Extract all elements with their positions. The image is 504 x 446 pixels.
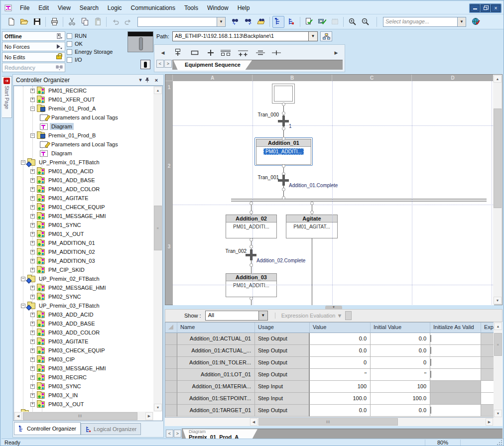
build-button[interactable] [329, 16, 341, 28]
tab-controller-organizer[interactable]: Controller Organizer [14, 422, 81, 435]
tree-expander[interactable]: − [21, 277, 25, 281]
cell-usage[interactable]: Step Output [255, 333, 310, 345]
cell-initial-value[interactable]: 0.0 [371, 333, 430, 345]
table-row[interactable]: Addition_01:ACTUAL_...Step Output0.00.0 [165, 345, 502, 357]
find-previous-button[interactable] [229, 16, 241, 28]
tree-item-pm-addition-01[interactable]: +PM_ADDITION_01 [14, 238, 153, 247]
cell-initialize-as-valid[interactable] [430, 405, 481, 417]
column-header-expre[interactable]: Expre [481, 323, 494, 333]
transition-name[interactable]: Tran_001 [239, 175, 279, 180]
tree-expander[interactable]: + [30, 286, 35, 290]
pin-icon[interactable] [144, 77, 152, 83]
scroll-down-icon[interactable]: ▼ [494, 297, 502, 304]
table-row[interactable]: Addition_01:TARGET_01Step Output0.00.0 [165, 405, 502, 417]
cell-expression[interactable] [481, 381, 494, 393]
cell-initialize-as-valid[interactable] [430, 369, 481, 381]
transition-name[interactable]: Tran_000 [239, 112, 279, 117]
table-row[interactable]: Addition_01:LOT_01Step Output'''' [165, 369, 502, 381]
sfc-scroll-left-button[interactable]: ◀ [156, 48, 169, 58]
tree-expander[interactable]: + [30, 187, 35, 192]
scrollbar-thumb[interactable]: ≡ [494, 333, 502, 356]
tree-horizontal-scrollbar[interactable]: ◀ ▶ ⦀⦀ [14, 412, 153, 421]
language-verify-button[interactable] [470, 16, 482, 28]
menu-window[interactable]: Window [203, 2, 233, 13]
menu-file[interactable]: File [15, 2, 34, 13]
editor-tab-scroll-left-button[interactable]: < [166, 430, 173, 438]
cell-initial-value[interactable]: 0.0 [371, 345, 430, 357]
checkbox-unchecked[interactable] [430, 407, 431, 414]
tab-scroll-right-button[interactable]: > [164, 60, 172, 68]
tree-item-pm03-cip[interactable]: +PM03_CIP [14, 355, 153, 364]
checkbox-unchecked[interactable] [430, 347, 431, 354]
tree-expander[interactable]: + [30, 384, 35, 389]
redundancy-status-box[interactable]: Redundancy [2, 63, 65, 72]
controller-mode-box[interactable]: Offline [2, 31, 65, 41]
tree-item-pm01-message-hmi[interactable]: +PM01_MESSAGE_HMI [14, 212, 153, 221]
tree-item-pm-cip-skid[interactable]: +PM_CIP_SKID [14, 265, 153, 274]
cell-name[interactable]: Addition_01:SETPOINT... [177, 393, 255, 405]
cell-expression[interactable] [481, 405, 494, 417]
keyswitch-button[interactable] [140, 60, 150, 69]
cell-initial-value[interactable]: 0 [371, 357, 430, 369]
expression-evaluation-more-button[interactable] [345, 311, 352, 320]
menu-logic[interactable]: Logic [103, 2, 126, 13]
sfc-step-button[interactable] [188, 48, 201, 58]
scrollbar-thumb[interactable]: ⦀⦀ [258, 418, 398, 426]
sfc-simultaneous-converge-button[interactable] [254, 48, 267, 58]
tree-item-pm03-x-in[interactable]: +PM03_X_IN [14, 391, 153, 400]
tree-expander[interactable]: − [21, 160, 25, 165]
checkbox-unchecked[interactable] [430, 371, 431, 378]
transition-cross-icon[interactable] [278, 115, 289, 126]
tree-item-diagram[interactable]: Diagram [14, 122, 153, 131]
cell-initialize-as-valid[interactable] [430, 357, 481, 369]
column-header-initial-value[interactable]: Initial Value [371, 323, 430, 333]
tree-item-premix-01-prod-b[interactable]: −Premix_01_Prod_B [14, 131, 153, 140]
step-addition-01[interactable]: Addition_01 PM01_ADDITI... [256, 139, 311, 165]
scroll-up-icon[interactable]: ▲ [494, 75, 502, 83]
simultaneous-branch-line[interactable] [231, 201, 487, 202]
tree-item-pm02-message-hmi[interactable]: +PM02_MESSAGE_HMI [14, 283, 153, 292]
menu-edit[interactable]: Edit [34, 2, 53, 13]
tree-expander[interactable]: + [30, 402, 35, 407]
table-row[interactable]: Addition_01:IN_TOLER...Step Output00 [165, 357, 502, 369]
tree-expander[interactable]: + [30, 214, 35, 219]
table-horizontal-scrollbar[interactable]: ◀ ▶ ⦀⦀ [250, 418, 494, 426]
scroll-left-icon[interactable]: ◀ [250, 418, 257, 426]
tree-expander[interactable]: − [30, 133, 35, 138]
tree-expander[interactable]: + [30, 366, 35, 371]
tree-item-pm01-recirc[interactable]: +PM01_RECIRC [14, 86, 153, 95]
table-vertical-scrollbar[interactable]: ▲ ▼ ≡ [494, 322, 503, 418]
tree-item-parameters-and-local-tags[interactable]: Parameters and Local Tags [14, 113, 153, 122]
table-select-all-header[interactable] [165, 323, 177, 333]
tree-item-up-premix-03-ftbatch[interactable]: −UP_Premix_03_FTBatch [14, 301, 153, 310]
row-selector[interactable] [165, 393, 177, 405]
cell-usage[interactable]: Step Output [255, 357, 310, 369]
cell-initial-value[interactable]: 100.0 [371, 393, 430, 405]
cell-initialize-as-valid[interactable] [430, 381, 481, 393]
find-in-button[interactable] [255, 16, 267, 28]
cell-value[interactable]: 0.0 [310, 333, 371, 345]
search-dropdown-button[interactable]: ▼ [217, 17, 226, 27]
sfc-simultaneous-branch-button[interactable] [219, 48, 232, 58]
cell-initial-value[interactable]: '' [371, 369, 430, 381]
transition-name[interactable]: Tran_002 [207, 248, 247, 254]
cell-value[interactable]: 0.0 [310, 405, 371, 417]
splitter-collapse-button[interactable]: ▼ [325, 306, 342, 309]
transition-cross-icon[interactable] [246, 249, 256, 260]
redo-button[interactable] [122, 16, 134, 28]
column-header-value[interactable]: Value [310, 323, 371, 333]
menu-tools[interactable]: Tools [180, 2, 203, 13]
row-selector[interactable] [165, 405, 177, 417]
zoom-in-button[interactable] [346, 16, 358, 28]
pane-splitter[interactable]: ▼ [165, 305, 503, 309]
step-addition-03[interactable]: Addition_03 PM01_ADDITI... [226, 273, 277, 297]
sfc-scroll-right-button[interactable]: ▶ [330, 48, 343, 58]
organizer-close-button[interactable]: × [152, 77, 160, 83]
cell-initialize-as-valid[interactable] [430, 393, 481, 405]
cell-usage[interactable]: Step Output [255, 345, 310, 357]
editor-tab-scroll-right-button[interactable]: > [174, 430, 181, 438]
new-button[interactable] [5, 16, 17, 28]
cell-value[interactable]: 0.0 [310, 345, 371, 357]
cell-usage[interactable]: Step Output [255, 369, 310, 381]
logical-organizer-toggle[interactable] [285, 16, 297, 28]
